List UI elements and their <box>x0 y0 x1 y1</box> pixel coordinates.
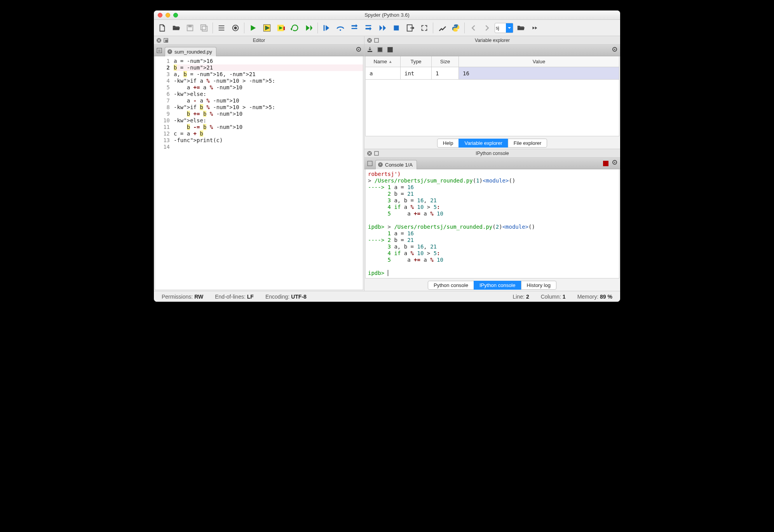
editor-pane-title: Editor <box>154 38 364 43</box>
svg-rect-5 <box>219 28 225 28</box>
import-data-button[interactable] <box>367 47 373 54</box>
editor-tab-sum-rounded[interactable]: × sum_rounded.py <box>165 47 216 56</box>
tab-python-console[interactable]: Python console <box>428 281 474 290</box>
var-value: 16 <box>459 67 619 79</box>
variable-explorer-pane: Variable explorer Name ▲ Type Size Va <box>364 36 620 149</box>
save-data-button[interactable] <box>377 47 383 54</box>
right-upper-tabs: Help Variable explorer File explorer <box>364 137 620 149</box>
editor-code-area[interactable]: a = -num">16b = -num">21a, b = -num">16,… <box>172 56 363 290</box>
var-size: 1 <box>432 67 459 79</box>
forward-button[interactable] <box>481 21 494 35</box>
save-button[interactable] <box>183 21 197 35</box>
console-tab-label: Console 1/A <box>385 162 413 168</box>
run-cell-advance-button[interactable] <box>274 21 288 35</box>
preferences-button[interactable] <box>435 21 448 35</box>
at-button[interactable] <box>229 21 242 35</box>
svg-rect-33 <box>375 151 378 155</box>
console-options-button[interactable] <box>612 159 618 167</box>
code-editor[interactable]: 1234567891011121314 a = -num">16b = -num… <box>155 56 363 290</box>
svg-point-24 <box>358 49 359 50</box>
working-directory-select[interactable]: sj <box>495 23 513 33</box>
run-button[interactable] <box>246 21 260 35</box>
svg-point-36 <box>614 162 615 163</box>
svg-rect-3 <box>202 26 207 31</box>
variable-row[interactable]: a int 1 16 <box>366 67 619 80</box>
close-pane-icon[interactable] <box>367 151 372 156</box>
browse-directory-button[interactable] <box>514 21 527 35</box>
close-tab-icon[interactable]: × <box>378 162 383 167</box>
variable-table-header: Name ▲ Type Size Value <box>366 56 619 67</box>
editor-pane: Editor × sum_rounded.py 1234567891011121… <box>154 36 364 291</box>
status-bar: Permissions:RW End-of-lines:LF Encoding:… <box>154 291 620 302</box>
open-file-button[interactable] <box>169 21 183 35</box>
status-eol: End-of-lines:LF <box>215 294 254 300</box>
debug-step-in-button[interactable] <box>320 21 333 35</box>
var-type: int <box>401 67 432 79</box>
editor-tabbar: × sum_rounded.py <box>154 45 364 56</box>
chevron-down-icon <box>506 23 513 33</box>
editor-tab-label: sum_rounded.py <box>174 49 212 55</box>
outline-button[interactable] <box>215 21 228 35</box>
undock-pane-icon[interactable] <box>374 151 379 156</box>
tab-variable-explorer[interactable]: Variable explorer <box>458 139 508 148</box>
svg-rect-16 <box>366 25 371 26</box>
console-output[interactable]: robertsj') > /Users/robertsj/sum_rounded… <box>365 169 619 278</box>
tab-file-explorer[interactable]: File explorer <box>508 139 547 148</box>
status-line: Line:2 <box>513 294 529 300</box>
console-tabbar: × Console 1/A <box>364 158 620 169</box>
svg-point-31 <box>614 49 615 50</box>
rerun-button[interactable] <box>288 21 302 35</box>
debug-step-out-button[interactable] <box>362 21 375 35</box>
undock-pane-icon[interactable] <box>374 38 379 43</box>
save-all-button[interactable] <box>197 21 211 35</box>
console-stop-button[interactable] <box>603 161 608 166</box>
minimize-window-button[interactable] <box>166 13 170 17</box>
debug-stop-button[interactable] <box>390 21 403 35</box>
new-file-button[interactable] <box>155 21 169 35</box>
col-name[interactable]: Name ▲ <box>366 56 401 67</box>
main-toolbar: sj <box>154 20 620 36</box>
undock-pane-icon[interactable] <box>163 38 169 43</box>
variable-explorer-options-button[interactable] <box>612 46 618 54</box>
window-title: Spyder (Python 3.6) <box>154 12 620 18</box>
back-button[interactable] <box>467 21 480 35</box>
svg-rect-13 <box>324 25 325 31</box>
right-lower-tabs: Python console IPython console History l… <box>364 279 620 291</box>
ipython-console-pane: IPython console × Console 1/A robertsj <box>364 149 620 291</box>
run-selection-button[interactable] <box>302 21 316 35</box>
tab-help[interactable]: Help <box>437 139 459 148</box>
col-value[interactable]: Value <box>459 56 619 67</box>
close-tab-icon[interactable]: × <box>167 49 172 54</box>
console-switcher-button[interactable] <box>366 161 374 166</box>
debug-continue-button[interactable] <box>376 21 389 35</box>
svg-rect-4 <box>219 25 225 26</box>
var-name: a <box>366 67 401 79</box>
maximize-pane-button[interactable] <box>418 21 431 35</box>
run-cell-button[interactable] <box>260 21 274 35</box>
pythonpath-button[interactable] <box>449 21 462 35</box>
svg-rect-21 <box>165 40 168 42</box>
save-data-as-button[interactable] <box>387 47 393 54</box>
zoom-window-button[interactable] <box>173 13 178 17</box>
editor-options-button[interactable] <box>356 46 362 54</box>
debug-exit-button[interactable] <box>404 21 417 35</box>
svg-rect-12 <box>283 26 285 30</box>
svg-rect-27 <box>368 51 372 52</box>
tab-ipython-console[interactable]: IPython console <box>474 281 521 290</box>
svg-point-8 <box>234 27 237 29</box>
close-pane-icon[interactable] <box>367 38 372 43</box>
close-pane-icon[interactable] <box>156 38 162 43</box>
debug-step-over-button[interactable] <box>334 21 347 35</box>
tab-history-log[interactable]: History log <box>521 281 556 290</box>
svg-rect-28 <box>378 47 382 52</box>
toolbar-overflow-button[interactable] <box>528 21 541 35</box>
col-type[interactable]: Type <box>401 56 432 67</box>
close-window-button[interactable] <box>158 13 162 17</box>
variable-table[interactable]: Name ▲ Type Size Value a int 1 16 <box>365 56 619 136</box>
file-switcher-button[interactable] <box>155 48 163 53</box>
col-size[interactable]: Size <box>432 56 459 67</box>
debug-step-into-button[interactable] <box>348 21 361 35</box>
spyder-window: Spyder (Python 3.6) sj <box>154 10 620 302</box>
console-tab[interactable]: × Console 1/A <box>375 160 417 169</box>
svg-rect-17 <box>394 25 399 30</box>
